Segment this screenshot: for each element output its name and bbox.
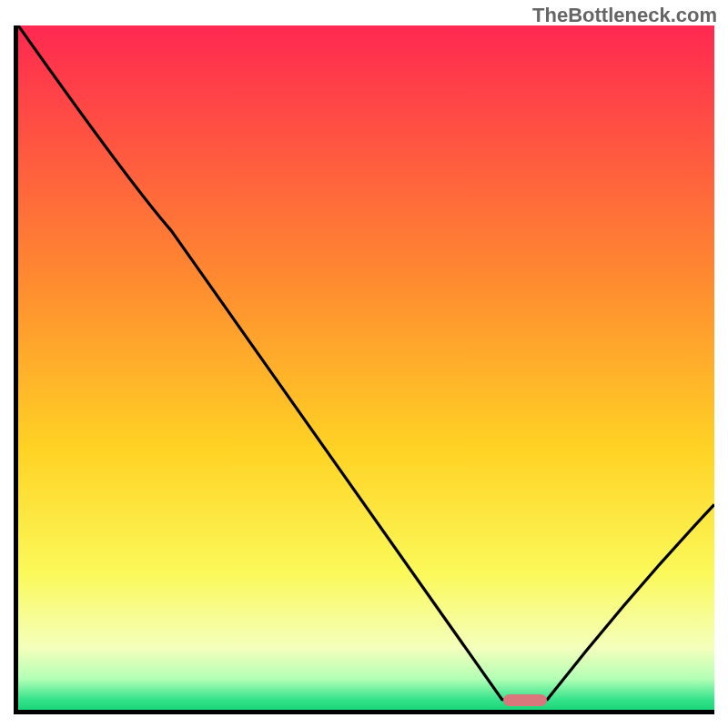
gradient-background <box>18 25 714 710</box>
bottleneck-chart <box>18 25 714 710</box>
chart-container: TheBottleneck.com <box>0 0 728 728</box>
watermark-label: TheBottleneck.com <box>532 4 717 27</box>
optimum-marker <box>503 694 547 706</box>
